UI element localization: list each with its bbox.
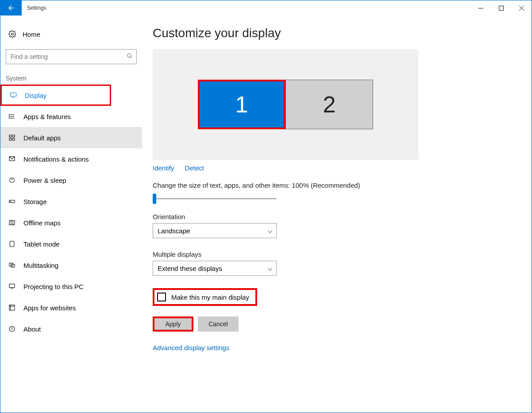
sidebar-item-offline-maps[interactable]: Offline maps [0,212,142,233]
minimize-icon [478,6,483,11]
map-icon [8,219,15,226]
sidebar-item-label: Apps for websites [23,304,76,312]
minimize-button[interactable] [470,0,491,15]
search-input[interactable] [6,50,136,64]
projecting-icon [8,283,15,290]
tablet-icon [8,240,15,247]
svg-marker-24 [9,220,15,225]
advanced-display-settings-link[interactable]: Advanced display settings [153,344,521,351]
page-title: Customize your display [153,26,521,40]
sidebar-item-label: Display [25,92,46,99]
close-button[interactable] [511,0,532,15]
svg-point-13 [9,116,9,116]
chevron-down-icon [268,228,273,233]
monitor-1[interactable]: 1 [198,80,285,129]
svg-rect-31 [9,284,15,288]
sidebar-item-label: Power & sleep [23,177,66,184]
gear-icon [8,30,16,38]
sidebar-item-default-apps[interactable]: Default apps [0,127,142,148]
svg-rect-27 [10,241,14,247]
multiple-displays-label: Multiple displays [153,251,521,258]
sidebar-item-label: Notifications & actions [23,155,89,163]
orientation-label: Orientation [153,213,521,220]
svg-point-12 [9,114,9,115]
svg-point-14 [9,118,9,118]
main-display-label: Make this my main display [171,293,249,301]
sidebar-item-label: Default apps [23,134,61,142]
svg-rect-16 [12,135,15,137]
sidebar-item-multitasking[interactable]: Multitasking [0,255,142,276]
sidebar-item-projecting[interactable]: Projecting to this PC [0,276,142,297]
search-box[interactable] [6,49,137,64]
sidebar-item-label: Multitasking [23,262,58,269]
maximize-button[interactable] [491,0,511,15]
identify-link[interactable]: Identify [153,164,174,172]
sidebar-item-label: Projecting to this PC [23,283,84,290]
grid-icon [8,134,15,141]
info-icon [8,325,15,332]
sidebar-item-tablet-mode[interactable]: Tablet mode [0,233,142,255]
display-arrangement-area[interactable]: 1 2 [153,49,418,160]
svg-rect-15 [9,135,12,137]
main-display-checkbox-row: Make this my main display [153,288,257,306]
svg-point-35 [12,327,12,328]
back-arrow-icon [7,4,15,12]
scale-label: Change the size of text, apps, and other… [153,181,521,189]
section-label: System [0,69,142,85]
titlebar: Settings [0,0,532,15]
list-icon [8,113,15,120]
sidebar-item-label: Storage [23,198,47,205]
window-title: Settings [22,0,46,15]
monitor-icon [10,92,17,99]
scale-slider[interactable] [153,193,521,205]
apps-websites-icon [8,304,15,311]
orientation-value: Landscape [158,227,190,235]
slider-thumb[interactable] [153,193,156,204]
home-button[interactable]: Home [0,24,142,44]
svg-rect-32 [9,305,15,310]
storage-icon [8,198,15,205]
svg-rect-17 [9,138,12,140]
chevron-down-icon [268,266,273,270]
cancel-button[interactable]: Cancel [198,317,239,332]
orientation-dropdown[interactable]: Landscape [153,223,277,238]
apply-button[interactable]: Apply [153,317,193,332]
svg-rect-7 [10,93,16,96]
sidebar-item-display[interactable]: Display [0,85,111,106]
power-icon [8,177,15,184]
detect-link[interactable]: Detect [185,164,204,172]
multiple-displays-dropdown[interactable]: Extend these displays [153,261,277,276]
svg-point-4 [12,33,14,35]
sidebar-item-notifications[interactable]: Notifications & actions [0,148,142,170]
sidebar-item-about[interactable]: About [0,318,142,340]
sidebar-item-label: Offline maps [23,219,61,227]
svg-rect-1 [499,6,503,10]
home-label: Home [23,31,40,38]
main-display-checkbox[interactable] [157,293,166,301]
monitor-2[interactable]: 2 [285,80,373,129]
multiple-displays-value: Extend these displays [158,265,222,272]
multitasking-icon [8,262,15,269]
sidebar-item-label: Apps & features [23,113,71,120]
sidebar-item-label: Tablet mode [23,240,60,248]
sidebar-item-apps-features[interactable]: Apps & features [0,106,142,127]
back-button[interactable] [0,0,22,15]
maximize-icon [499,6,504,11]
sidebar-item-apps-websites[interactable]: Apps for websites [0,297,142,318]
sidebar: Home System Display [0,15,142,413]
svg-point-23 [10,201,11,201]
main-content: Customize your display 1 2 Identify Dete… [142,15,532,413]
sidebar-item-storage[interactable]: Storage [0,191,142,212]
sidebar-item-power-sleep[interactable]: Power & sleep [0,170,142,191]
notifications-icon [8,155,15,162]
sidebar-item-label: About [23,325,41,333]
svg-rect-18 [12,138,15,140]
close-icon [519,6,524,11]
